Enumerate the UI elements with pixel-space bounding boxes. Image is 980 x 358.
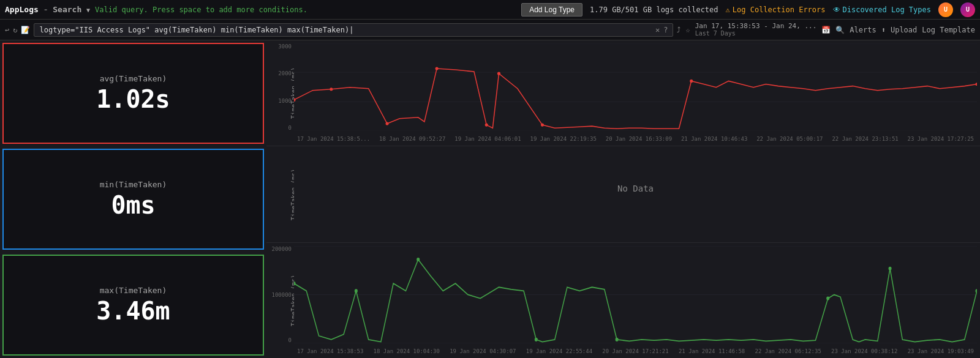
search-bar: ↩ ↻ 📝 logtype="IIS Access Logs" avg(Time… [0, 20, 980, 40]
avg-y-ticks: 3000 2000 1000 0 [270, 43, 294, 131]
svg-point-5 [330, 88, 333, 91]
svg-point-12 [975, 83, 977, 86]
warning-icon: ⚠ [726, 6, 730, 14]
metrics-panel: avg(TimeTaken) 1.02s min(TimeTaken) 0ms … [0, 40, 266, 358]
metric-min-value: 0ms [111, 192, 155, 218]
search-toolbar-icons: ↩ ↻ 📝 [5, 26, 30, 34]
svg-point-23 [975, 289, 977, 293]
date-range-text: Jan 17, 15:38:53 - Jan 24, ... [695, 22, 817, 30]
min-chart-section: TimeTaken (ms) No Data [266, 146, 980, 243]
svg-point-8 [485, 124, 488, 127]
search-right: ⤴ ☆ Jan 17, 15:38:53 - Jan 24, ... Last … [677, 22, 975, 37]
app-title: AppLogs - Search ▼ [5, 5, 90, 14]
search-dropdown-arrow[interactable]: ▼ [86, 7, 90, 13]
metric-avg: avg(TimeTaken) 1.02s [2, 43, 264, 144]
collected-info: 1.79 GB/501 GB logs collected [590, 6, 718, 14]
metric-min: min(TimeTaken) 0ms [2, 149, 264, 250]
svg-point-6 [386, 122, 389, 125]
max-chart-svg [294, 246, 977, 343]
svg-point-9 [497, 72, 500, 75]
max-y-ticks: 200000 100000 0 [270, 246, 294, 343]
charts-panel: TimeTaken (ms) 3000 2000 1000 0 [266, 40, 980, 358]
share-icon[interactable]: ⤴ [677, 26, 680, 34]
svg-point-7 [435, 67, 439, 70]
eye-icon: 👁 [833, 6, 840, 14]
max-x-axis: 17 Jan 2024 15:38:53 18 Jan 2024 10:04:3… [294, 345, 977, 358]
svg-point-17 [355, 289, 358, 293]
max-chart-section: TimeTaken (ms) 200000 100000 0 [266, 243, 980, 358]
date-range-display[interactable]: Jan 17, 15:38:53 - Jan 24, ... Last 7 Da… [695, 22, 817, 37]
svg-point-18 [417, 258, 420, 261]
search-query-text: logtype="IIS Access Logs" avg(TimeTaken)… [39, 26, 651, 34]
no-data-label: No Data [617, 184, 654, 193]
calendar-icon[interactable]: 📅 [821, 26, 831, 34]
edit-icon[interactable]: 📝 [21, 26, 30, 34]
svg-point-10 [541, 124, 544, 127]
clear-search-icon[interactable]: ✕ [655, 26, 660, 34]
refresh-icon[interactable]: ↻ [13, 26, 17, 34]
top-bar-right: Add Log Type 1.79 GB/501 GB logs collect… [521, 2, 975, 17]
avg-chart-svg [294, 43, 977, 131]
metric-max-label: max(TimeTaken) [100, 286, 167, 295]
metric-avg-label: avg(TimeTaken) [100, 74, 167, 83]
log-collection-errors[interactable]: ⚠ Log Collection Errors [726, 6, 826, 14]
date-range-sub: Last 7 Days [695, 30, 817, 37]
metric-max-value: 3.46m [96, 297, 170, 324]
user-avatar-2[interactable]: U [960, 2, 975, 17]
valid-query-msg: Valid query. Press space to add more con… [95, 6, 516, 14]
add-log-type-button[interactable]: Add Log Type [521, 3, 582, 17]
metric-avg-value: 1.02s [96, 86, 170, 113]
min-chart-area: No Data [294, 149, 977, 228]
upload-label[interactable]: Upload [891, 26, 917, 34]
discovered-log-types[interactable]: 👁 Discovered Log Types [833, 6, 932, 14]
top-bar: AppLogs - Search ▼ Valid query. Press sp… [0, 0, 980, 20]
log-template-label[interactable]: Log Template [922, 26, 975, 34]
star-icon[interactable]: ☆ [685, 26, 690, 34]
alerts-label[interactable]: Alerts [850, 26, 876, 34]
help-icon[interactable]: ? [663, 26, 668, 34]
main-content: avg(TimeTaken) 1.02s min(TimeTaken) 0ms … [0, 40, 980, 358]
search-icon[interactable]: 🔍 [835, 26, 845, 34]
avg-x-axis: 17 Jan 2024 15:38:5... 18 Jan 2024 09:52… [294, 132, 977, 146]
svg-point-20 [616, 338, 619, 341]
max-chart-area [294, 246, 977, 343]
svg-point-22 [889, 267, 892, 270]
upload-icon[interactable]: ⬆ [881, 26, 886, 34]
svg-point-11 [690, 80, 693, 83]
user-avatar-1[interactable]: U [938, 2, 953, 17]
avg-chart-area [294, 43, 977, 131]
svg-point-19 [535, 338, 538, 341]
avg-chart-section: TimeTaken (ms) 3000 2000 1000 0 [266, 40, 980, 146]
svg-point-21 [826, 297, 829, 300]
metric-max: max(TimeTaken) 3.46m [2, 255, 264, 356]
search-input-container[interactable]: logtype="IIS Access Logs" avg(TimeTaken)… [34, 23, 673, 37]
back-icon[interactable]: ↩ [5, 26, 9, 34]
metric-min-label: min(TimeTaken) [100, 180, 167, 189]
